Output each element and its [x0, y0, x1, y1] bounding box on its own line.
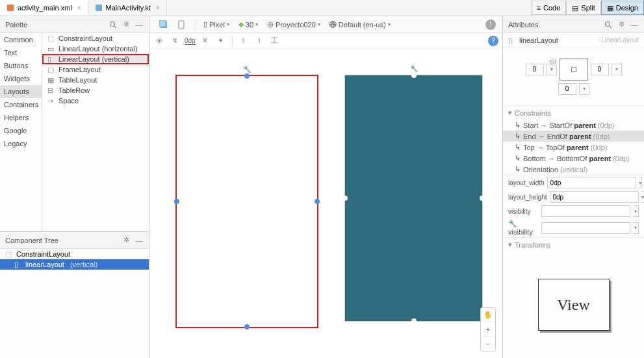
pan-button[interactable]: ✋	[481, 308, 495, 322]
file-tab-label: MainActivity.kt	[106, 4, 151, 12]
view-mode-design[interactable]: ▦ Design	[601, 1, 644, 15]
device-picker[interactable]: ▯ Pixel ▾	[200, 19, 233, 30]
guideline-icon[interactable]: 工	[269, 35, 281, 47]
tree-node-linearlayout[interactable]: ▯ linearLayout (vertical)	[0, 259, 149, 270]
constraint-left-input[interactable]	[526, 64, 544, 75]
layout-icon: ⇢	[47, 97, 55, 105]
view-options-icon[interactable]: 👁	[153, 35, 165, 47]
design-canvas[interactable]: 🔧 🔧 ✋ + −	[149, 49, 502, 358]
default-margin[interactable]: 0dp	[185, 37, 196, 45]
surface-select-icon[interactable]	[156, 19, 172, 31]
constraint-row-end[interactable]: ↳End → EndOf parent (0dp)	[503, 131, 644, 142]
search-icon[interactable]	[109, 20, 118, 29]
resize-handle[interactable]	[480, 196, 485, 201]
constraint-bottom-input[interactable]	[558, 83, 576, 95]
help-icon[interactable]: ?	[488, 36, 498, 46]
file-tab-activity-main[interactable]: activity_main.xml ×	[0, 0, 88, 16]
layout-icon: ⬚	[47, 34, 55, 42]
category-google[interactable]: Google	[0, 124, 42, 137]
category-common[interactable]: Common	[0, 33, 42, 46]
layout-width-input[interactable]	[547, 177, 636, 188]
resize-handle[interactable]	[411, 73, 417, 78]
constraint-box[interactable]: 50	[560, 58, 588, 81]
resize-handle[interactable]	[244, 73, 250, 79]
chevron-down-icon: ▾	[227, 21, 229, 27]
minimize-icon[interactable]: —	[135, 236, 144, 245]
theme-picker[interactable]: ◎ Proyecto020 ▾	[264, 19, 324, 30]
orientation-icon[interactable]	[174, 19, 189, 31]
pack-icon[interactable]: ⫴	[238, 35, 250, 47]
clear-constraints-icon[interactable]: ✕	[200, 35, 211, 47]
phone-icon: ▯	[203, 20, 207, 29]
component-framelayout[interactable]: ▢FrameLayout	[42, 64, 149, 75]
file-tab-mainactivity[interactable]: MainActivity.kt ×	[88, 0, 167, 16]
chevron-down-icon[interactable]: ▾	[612, 64, 622, 75]
category-widgets[interactable]: Widgets	[0, 72, 42, 85]
chevron-down-icon[interactable]: ▾	[641, 191, 645, 203]
layout-icon: ⬚	[5, 250, 13, 258]
component-linearlayout-v[interactable]: ▯LinearLayout (vertical)	[42, 54, 149, 64]
prop-visibility: visibility ▾	[503, 204, 644, 218]
component-constraintlayout[interactable]: ⬚ConstraintLayout	[42, 33, 149, 44]
constraints-section: ▾ Constraints ↳Start → StartOf parent (0…	[503, 106, 644, 175]
category-text[interactable]: Text	[0, 46, 42, 59]
layout-height-input[interactable]	[550, 191, 639, 203]
constraint-row-start[interactable]: ↳Start → StartOf parent (0dp)	[503, 120, 644, 131]
constraint-row-bottom[interactable]: ↳Bottom → BottomOf parent (0dp)	[503, 153, 644, 164]
wrench-icon[interactable]: 🔧	[410, 65, 418, 72]
transforms-section-head[interactable]: ▾ Transforms	[503, 238, 644, 251]
warnings-icon[interactable]: !	[485, 19, 496, 30]
category-buttons[interactable]: Buttons	[0, 59, 42, 72]
autoconnect-icon[interactable]: ↯	[169, 35, 181, 47]
chevron-down-icon[interactable]: ▾	[639, 177, 642, 188]
design-icon: ▦	[607, 4, 613, 12]
visibility-input[interactable]	[541, 205, 630, 217]
resize-handle[interactable]	[411, 318, 417, 324]
layout-icon: ▦	[47, 76, 55, 84]
chevron-down-icon[interactable]: ▾	[579, 83, 589, 95]
category-helpers[interactable]: Helpers	[0, 111, 42, 124]
component-tablerow[interactable]: ⊟TableRow	[42, 85, 149, 96]
resize-handle[interactable]	[244, 324, 250, 329]
constraint-row-top[interactable]: ↳Top → TopOf parent (0dp)	[503, 142, 644, 153]
design-surface[interactable]: 🔧	[175, 75, 318, 328]
zoom-out-button[interactable]: −	[481, 337, 495, 351]
infer-constraints-icon[interactable]: ✦	[215, 35, 227, 47]
view-mode-code[interactable]: ≡ Code	[531, 1, 567, 15]
minimize-icon[interactable]: —	[630, 20, 639, 29]
view-mode-split[interactable]: ▤ Split	[566, 1, 600, 15]
close-icon[interactable]: ×	[77, 5, 81, 12]
locale-picker[interactable]: 🌐︎ Default (en-us) ▾	[326, 19, 394, 30]
constraint-right-input[interactable]	[591, 64, 609, 75]
resize-handle[interactable]	[342, 196, 348, 201]
gear-icon[interactable]: ✲	[122, 236, 131, 245]
resize-handle[interactable]	[315, 199, 320, 204]
category-legacy[interactable]: Legacy	[0, 137, 42, 150]
gear-icon[interactable]: ✲	[617, 20, 626, 29]
constraint-inner	[571, 67, 576, 72]
tree-node-root[interactable]: ⬚ ConstraintLayout	[0, 249, 149, 259]
tools-visibility-input[interactable]	[541, 222, 630, 234]
wrench-icon[interactable]: 🔧	[243, 66, 251, 73]
wrench-icon: 🔧	[508, 220, 517, 227]
zoom-in-button[interactable]: +	[481, 322, 495, 337]
blueprint-surface[interactable]: 🔧	[344, 75, 483, 322]
align-icon[interactable]: ⫲	[253, 35, 265, 47]
category-containers[interactable]: Containers	[0, 98, 42, 111]
component-tree-panel: Component Tree ✲ — ⬚ ConstraintLayout ▯ …	[0, 231, 149, 358]
chevron-down-icon[interactable]: ▾	[633, 222, 639, 234]
component-tablelayout[interactable]: ▦TableLayout	[42, 75, 149, 85]
gear-icon[interactable]: ✲	[122, 20, 131, 29]
api-picker[interactable]: ◆ 30 ▾	[235, 19, 261, 30]
constraint-row-orientation[interactable]: ↳Orientation (vertical)	[503, 164, 644, 175]
component-linearlayout-h[interactable]: ▭LinearLayout (horizontal)	[42, 44, 149, 54]
constraint-icon: ↳	[515, 165, 521, 173]
chevron-down-icon[interactable]: ▾	[633, 205, 639, 217]
category-layouts[interactable]: Layouts	[0, 85, 42, 98]
close-icon[interactable]: ×	[156, 5, 160, 12]
component-space[interactable]: ⇢Space	[42, 96, 149, 106]
constraints-section-head[interactable]: ▾ Constraints	[503, 106, 644, 120]
resize-handle[interactable]	[174, 199, 179, 204]
minimize-icon[interactable]: —	[135, 20, 144, 29]
search-icon[interactable]	[604, 20, 613, 29]
